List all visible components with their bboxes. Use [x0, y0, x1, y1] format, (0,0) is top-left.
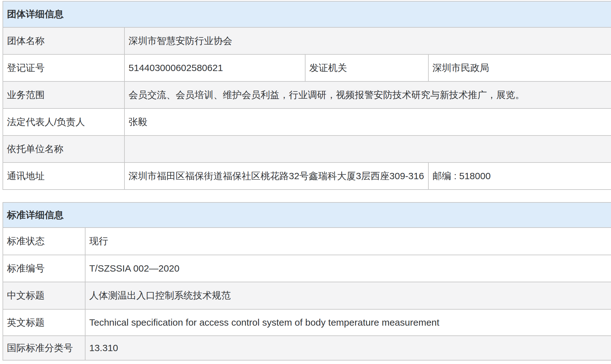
- supporting-unit-label: 依托单位名称: [3, 135, 124, 163]
- ics-number-label: 国际标准分类号: [3, 336, 85, 360]
- mailing-address-value: 深圳市福田区福保街道福保社区桃花路32号鑫瑞科大厦3层西座309-316: [124, 163, 428, 190]
- group-table-title: 团体详细信息: [3, 1, 611, 27]
- legal-representative-value: 张毅: [124, 108, 611, 135]
- english-title-value: Technical specification for access contr…: [85, 309, 611, 336]
- group-name-label: 团体名称: [3, 27, 124, 54]
- ics-number-value: 13.310: [85, 336, 611, 360]
- standard-table-title: 标准详细信息: [3, 202, 611, 228]
- business-scope-value: 会员交流、会员培训、维护会员利益，行业调研，视频报警安防技术研究与新技术推广，展…: [124, 81, 611, 108]
- chinese-title-value: 人体测温出入口控制系统技术规范: [85, 282, 611, 309]
- english-title-label: 英文标题: [3, 309, 85, 336]
- group-info-table: 团体详细信息 团体名称 深圳市智慧安防行业协会 登记证号 51440300060…: [3, 1, 611, 190]
- legal-representative-label: 法定代表人/负责人: [3, 108, 124, 135]
- issuing-authority-value: 深圳市民政局: [428, 54, 611, 81]
- standard-status-label: 标准状态: [3, 228, 85, 255]
- standard-status-value: 现行: [85, 228, 611, 255]
- group-name-value: 深圳市智慧安防行业协会: [124, 27, 611, 54]
- supporting-unit-value: [124, 135, 611, 163]
- business-scope-label: 业务范围: [3, 81, 124, 108]
- issuing-authority-label: 发证机关: [305, 54, 428, 81]
- mailing-address-label: 通讯地址: [3, 163, 124, 190]
- registration-number-value: 514403000602580621: [124, 54, 305, 81]
- standard-number-label: 标准编号: [3, 255, 85, 282]
- standard-info-table: 标准详细信息 标准状态 现行 标准编号 T/SZSSIA 002—2020 中文…: [3, 202, 611, 361]
- postcode-value: 邮编 : 518000: [428, 163, 611, 190]
- registration-number-label: 登记证号: [3, 54, 124, 81]
- standard-number-value: T/SZSSIA 002—2020: [85, 255, 611, 282]
- chinese-title-label: 中文标题: [3, 282, 85, 309]
